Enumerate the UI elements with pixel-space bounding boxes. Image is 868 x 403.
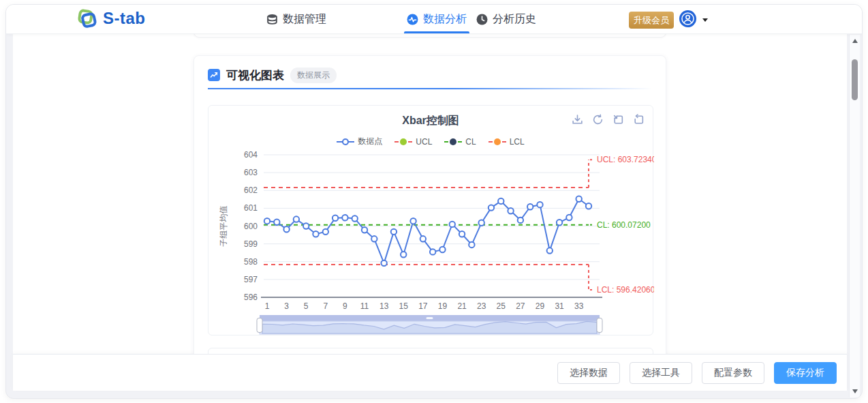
user-icon [681,12,694,25]
svg-text:27: 27 [516,301,525,311]
svg-text:13: 13 [379,301,389,311]
svg-text:21: 21 [457,301,467,311]
svg-text:601: 601 [244,203,258,213]
svg-text:33: 33 [574,301,584,311]
select-data-button[interactable]: 选择数据 [557,362,620,384]
avatar[interactable] [679,10,696,27]
nav-item-analysis-history[interactable]: 分析历史 [476,5,536,33]
svg-text:子组平均值: 子组平均值 [219,206,228,247]
svg-text:15: 15 [399,301,409,311]
action-footer: 选择数据 选择工具 配置参数 保存分析 [13,354,847,391]
next-panel-edge [208,348,653,354]
svg-text:19: 19 [438,301,448,311]
svg-text:UCL: 603.72340: UCL: 603.72340 [597,155,654,164]
svg-text:604: 604 [244,150,258,160]
section-title: 可视化图表 [226,68,284,83]
card-header: 可视化图表 数据展示 [208,67,652,83]
save-analysis-button[interactable]: 保存分析 [774,362,837,384]
logo-icon [77,8,97,29]
svg-text:23: 23 [477,301,486,311]
scroll-up-icon[interactable] [852,39,858,43]
logo[interactable]: S-tab [77,8,146,29]
nav-label: 数据管理 [283,12,326,27]
svg-text:600: 600 [244,222,258,231]
svg-text:602: 602 [244,185,258,195]
scroll-area: 可视化图表 数据展示 Xbar控制图 [13,34,847,354]
svg-text:LCL: 596.42060: LCL: 596.42060 [597,285,654,295]
app-header: S-tab 数据管理 数据分析 分析历史 升级会员 [6,5,862,34]
upgrade-member-button[interactable]: 升级会员 [629,12,674,29]
page-body: 可视化图表 数据展示 Xbar控制图 [6,34,862,398]
svg-text:CL: 600.07200: CL: 600.07200 [597,220,651,230]
scrollbar-thumb[interactable] [852,59,858,100]
xbar-control-chart[interactable]: 596597598599600601602603604子组平均值13579111… [208,106,654,336]
nav-label: 数据分析 [423,12,467,27]
chart-panel: Xbar控制图 [208,105,653,335]
history-clock-icon [476,14,488,25]
configure-params-button[interactable]: 配置参数 [702,362,764,384]
visualization-card: 可视化图表 数据展示 Xbar控制图 [193,55,666,354]
svg-text:598: 598 [244,257,258,267]
svg-text:25: 25 [497,301,506,311]
svg-text:597: 597 [244,275,258,284]
nav-item-data-analysis[interactable]: 数据分析 [407,5,467,33]
trend-chart-icon [208,69,220,81]
svg-text:17: 17 [418,301,428,311]
previous-card-edge [193,34,666,38]
main-panel: 可视化图表 数据展示 Xbar控制图 [13,34,847,391]
svg-text:1: 1 [265,301,270,311]
section-tag: 数据展示 [290,68,337,83]
analysis-icon [407,14,418,25]
svg-text:3: 3 [284,301,289,311]
nav-label: 分析历史 [493,12,536,27]
svg-text:29: 29 [536,301,545,311]
svg-text:5: 5 [304,301,309,311]
scrollbar[interactable] [849,35,860,398]
svg-text:9: 9 [343,301,347,311]
nav-item-data-management[interactable]: 数据管理 [266,5,326,33]
svg-text:596: 596 [244,293,258,302]
svg-text:7: 7 [323,301,328,311]
active-tab-underline [404,31,469,33]
svg-text:603: 603 [244,168,258,177]
svg-text:599: 599 [244,239,258,249]
select-tool-button[interactable]: 选择工具 [630,362,692,384]
scroll-down-icon[interactable] [852,389,858,393]
database-icon [266,14,278,25]
svg-text:31: 31 [555,301,564,311]
logo-text: S-tab [103,9,146,28]
caret-down-icon[interactable] [702,18,708,22]
app-window: S-tab 数据管理 数据分析 分析历史 升级会员 [5,4,863,399]
svg-text:11: 11 [360,301,369,311]
section-divider [208,88,652,89]
